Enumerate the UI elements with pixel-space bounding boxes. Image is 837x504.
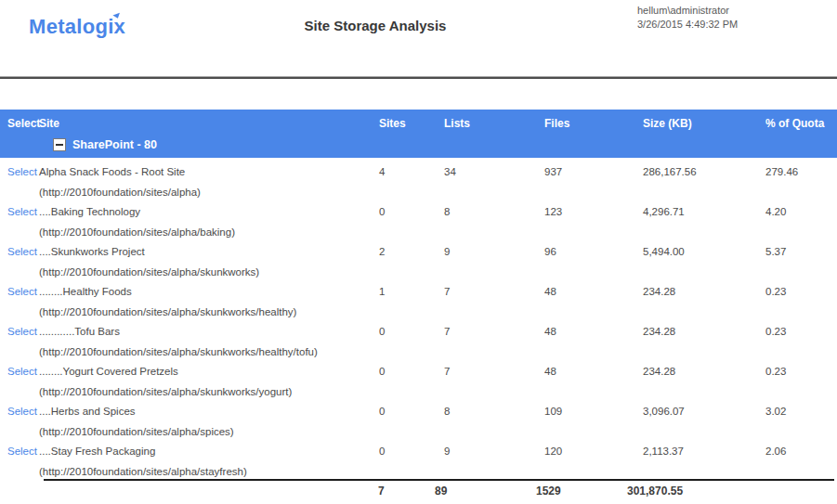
select-link[interactable]: Select (7, 326, 37, 337)
select-link[interactable]: Select (7, 206, 37, 217)
column-header-site: Site (39, 117, 379, 130)
column-header-select: Select (7, 117, 39, 130)
total-size-kb: 301,870.55 (627, 485, 765, 498)
select-link[interactable]: Select (7, 246, 37, 257)
metalogix-logo: Metalogix (29, 15, 125, 43)
quota-percent-value: 279.46 (765, 165, 837, 199)
column-header-size-kb: Size (KB) (643, 117, 765, 130)
sites-count: 0 (379, 205, 444, 239)
select-link[interactable]: Select (7, 166, 37, 177)
size-kb-value: 234.28 (643, 285, 765, 318)
files-count: 48 (544, 365, 643, 398)
files-count: 48 (544, 325, 643, 358)
totals-divider (44, 479, 834, 481)
column-header-quota: % of Quota (765, 117, 837, 130)
table-row: Select Alpha Snack Foods - Root Site (ht… (0, 158, 837, 198)
quota-percent-value: 0.23 (765, 365, 837, 398)
lists-count: 34 (444, 165, 544, 199)
page-title: Site Storage Analysis (305, 18, 447, 33)
select-link[interactable]: Select (7, 366, 37, 377)
sites-count: 0 (379, 405, 444, 438)
report-page: Metalogix Site Storage Analysis hellum\a… (0, 0, 837, 504)
site-name: ....Herbs and Spices (39, 405, 379, 418)
size-kb-value: 234.28 (643, 365, 765, 398)
group-row: SharePoint - 80 (0, 138, 837, 151)
site-url: (http://2010foundation/sites/alpha/skunk… (39, 265, 379, 278)
table-row: Select ........Yogurt Covered Pretzels (… (0, 357, 837, 397)
site-name: ........Healthy Foods (39, 285, 379, 298)
files-count: 123 (544, 205, 643, 239)
lists-count: 7 (444, 365, 544, 398)
lists-count: 7 (444, 325, 544, 358)
quota-percent-value: 3.02 (765, 405, 837, 438)
table-row: Select ............Tofu Bars (http://201… (0, 317, 837, 357)
quota-percent-value: 0.23 (765, 325, 837, 358)
quota-percent-value: 5.37 (765, 245, 837, 278)
table-row: Select ....Baking Technology (http://201… (0, 198, 837, 238)
table-body: Select Alpha Snack Foods - Root Site (ht… (0, 158, 837, 477)
site-name: ............Tofu Bars (39, 325, 379, 338)
column-header-sites: Sites (379, 117, 444, 130)
report-user: hellum\administrator (637, 4, 738, 18)
sites-count: 0 (379, 445, 444, 478)
size-kb-value: 3,096.07 (643, 405, 765, 438)
site-url: (http://2010foundation/sites/alpha/stayf… (39, 465, 379, 478)
table-row: Select ....Skunkworks Project (http://20… (0, 238, 837, 278)
site-name: ........Yogurt Covered Pretzels (39, 365, 379, 378)
logo-text: Metalogix (29, 15, 125, 38)
total-quota (765, 485, 837, 498)
lists-count: 8 (444, 405, 544, 438)
files-count: 937 (544, 165, 643, 199)
site-url: (http://2010foundation/sites/alpha/skunk… (39, 385, 379, 398)
quota-percent-value: 4.20 (765, 205, 837, 239)
site-name: Alpha Snack Foods - Root Site (39, 165, 379, 178)
totals-section: 7 89 1529 301,870.55 (0, 477, 837, 504)
files-count: 48 (544, 285, 643, 318)
select-link[interactable]: Select (7, 406, 37, 417)
files-count: 96 (544, 245, 643, 278)
sites-count: 2 (379, 245, 444, 278)
group-label: SharePoint - 80 (72, 138, 157, 151)
table-header-band: Select Site Sites Lists Files Size (KB) … (0, 110, 837, 158)
site-url: (http://2010foundation/sites/alpha) (39, 186, 379, 199)
sites-count: 4 (379, 165, 444, 199)
site-url: (http://2010foundation/sites/alpha/spice… (39, 425, 379, 438)
lists-count: 8 (444, 205, 544, 239)
header-divider (0, 76, 837, 79)
site-name: ....Stay Fresh Packaging (39, 445, 379, 458)
sites-count: 1 (379, 285, 444, 318)
files-count: 120 (544, 445, 643, 478)
site-url: (http://2010foundation/sites/alpha/skunk… (39, 345, 379, 358)
site-url: (http://2010foundation/sites/alpha/bakin… (39, 226, 379, 239)
quota-percent-value: 0.23 (765, 285, 837, 318)
quota-percent-value: 2.06 (765, 445, 837, 478)
site-name: ....Skunkworks Project (39, 245, 379, 258)
collapse-minus-icon[interactable] (53, 138, 66, 151)
report-meta: hellum\administrator 3/26/2015 4:49:32 P… (637, 4, 738, 32)
column-header-row: Select Site Sites Lists Files Size (KB) … (0, 110, 837, 130)
sites-count: 0 (379, 365, 444, 398)
select-link[interactable]: Select (7, 286, 37, 297)
site-name: ....Baking Technology (39, 205, 379, 218)
size-kb-value: 2,113.37 (643, 445, 765, 478)
total-lists: 89 (435, 485, 544, 498)
column-header-files: Files (544, 117, 643, 130)
select-link[interactable]: Select (7, 446, 37, 457)
sites-count: 0 (379, 325, 444, 358)
table-row: Select ........Healthy Foods (http://201… (0, 278, 837, 317)
table-row: Select ....Herbs and Spices (http://2010… (0, 397, 837, 437)
size-kb-value: 286,167.56 (643, 165, 765, 199)
site-url: (http://2010foundation/sites/alpha/skunk… (39, 305, 379, 318)
size-kb-value: 5,494.00 (643, 245, 765, 278)
lists-count: 7 (444, 285, 544, 318)
size-kb-value: 234.28 (643, 325, 765, 358)
size-kb-value: 4,296.71 (643, 205, 765, 239)
column-header-lists: Lists (444, 117, 544, 130)
table-row: Select ....Stay Fresh Packaging (http://… (0, 437, 837, 477)
lists-count: 9 (444, 445, 544, 478)
files-count: 109 (544, 405, 643, 438)
lists-count: 9 (444, 245, 544, 278)
report-timestamp: 3/26/2015 4:49:32 PM (637, 18, 738, 32)
